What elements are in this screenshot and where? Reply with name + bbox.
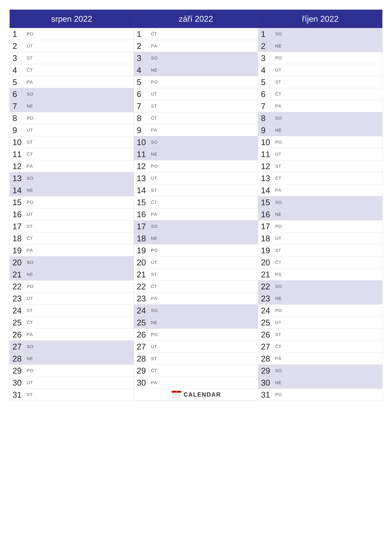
day-name: NE [275,296,282,301]
month-header-october: říjen 2022 [258,10,382,28]
day-row: 16ÚT [10,208,134,220]
day-number: 18 [137,234,149,242]
day-row: 14PÁ [258,184,382,196]
day-number: 20 [13,258,25,267]
day-row: 17PO [258,220,382,232]
day-row: 5PO [134,76,258,88]
day-row: 2PÁ [134,40,258,52]
day-row: 24SO [134,305,258,317]
day-name: ST [27,308,33,313]
day-row: 3SO [134,52,258,64]
day-name: SO [27,260,33,265]
day-number: 19 [137,246,149,255]
day-number: 28 [137,355,149,363]
day-name: ČT [151,31,157,37]
day-name: PÁ [275,272,281,277]
day-number: 1 [261,30,274,38]
day-number: 16 [261,210,274,219]
svg-rect-2 [172,394,174,395]
day-name: ČT [27,320,33,325]
day-row: 11ÚT [258,148,382,160]
day-row: 2ÚT [10,40,134,52]
day-name: PO [27,200,33,205]
day-row: 21ST [134,269,258,280]
day-name: PO [151,80,157,85]
day-number: 7 [261,102,274,110]
day-row: 11ČT [10,148,134,160]
day-number: 11 [137,150,149,158]
day-row: 23NE [258,292,382,305]
day-row: 6ÚT [134,88,258,100]
svg-rect-9 [175,397,177,398]
day-name: ÚT [151,344,157,349]
day-number: 29 [261,366,274,375]
day-name: NE [151,67,157,73]
day-name: NE [275,212,282,217]
day-number: 29 [13,366,25,375]
day-name: ÚT [151,176,157,181]
day-number: 8 [261,114,274,122]
day-number: 22 [261,282,274,291]
day-number: 28 [13,355,25,363]
day-row: 4NE [134,64,258,76]
day-row: 10ST [10,136,134,148]
day-row: 28PÁ [258,353,382,365]
day-name: ST [27,224,33,229]
day-number: 30 [137,379,149,387]
day-row: 27ÚT [134,341,258,353]
day-name: ČT [151,284,157,289]
day-number: 9 [137,126,149,134]
day-row: 30PÁ [134,377,258,389]
day-number: 23 [261,294,274,303]
day-row: 19ST [258,244,382,256]
day-name: PO [27,284,33,289]
day-number: 14 [13,186,25,194]
day-name: NE [151,152,157,157]
day-row: 19PÁ [10,244,134,256]
day-row: 11NE [134,148,258,160]
day-number: 2 [137,42,149,50]
day-name: ÚT [27,212,33,217]
day-name: ST [27,392,33,397]
day-name: ST [27,56,33,61]
day-number: 1 [13,30,25,38]
day-name: SO [27,176,33,181]
svg-rect-6 [175,395,177,396]
day-name: PÁ [151,296,157,301]
day-number: 25 [137,319,149,327]
day-name: PÁ [275,188,281,193]
day-row: 12PO [134,160,258,172]
month-col-2: 1SO2NE3PO4ÚT5ST6ČT7PÁ8SO9NE10PO11ÚT12ST1… [258,28,382,401]
day-name: ČT [151,116,157,121]
day-number: 17 [13,222,25,231]
day-number: 13 [137,174,149,183]
day-number: 31 [13,391,25,399]
day-number: 27 [261,343,274,351]
day-name: PO [27,116,33,121]
header-row: srpen 2022 září 2022 říjen 2022 [10,10,382,28]
day-name: ÚT [151,260,157,265]
day-name: NE [27,104,33,109]
day-row: 28ST [134,353,258,365]
day-number: 6 [13,90,25,98]
day-number: 7 [137,102,149,110]
day-name: SO [275,31,282,37]
day-name: ST [275,248,281,253]
day-row: 13SO [10,172,134,184]
day-name: ČT [275,260,281,265]
day-number: 3 [137,54,149,62]
day-number: 22 [13,282,25,291]
day-number: 3 [261,54,274,62]
day-number: 23 [13,294,25,303]
day-name: PO [275,140,282,145]
day-name: PO [275,392,282,397]
day-row: 4ÚT [258,64,382,76]
day-number: 14 [137,186,149,194]
day-row: 17SO [134,220,258,232]
day-number: 12 [137,162,149,170]
day-number: 13 [13,174,25,183]
day-name: NE [275,380,282,385]
day-number: 19 [13,246,25,255]
day-number: 25 [13,319,25,327]
svg-rect-5 [172,395,174,396]
